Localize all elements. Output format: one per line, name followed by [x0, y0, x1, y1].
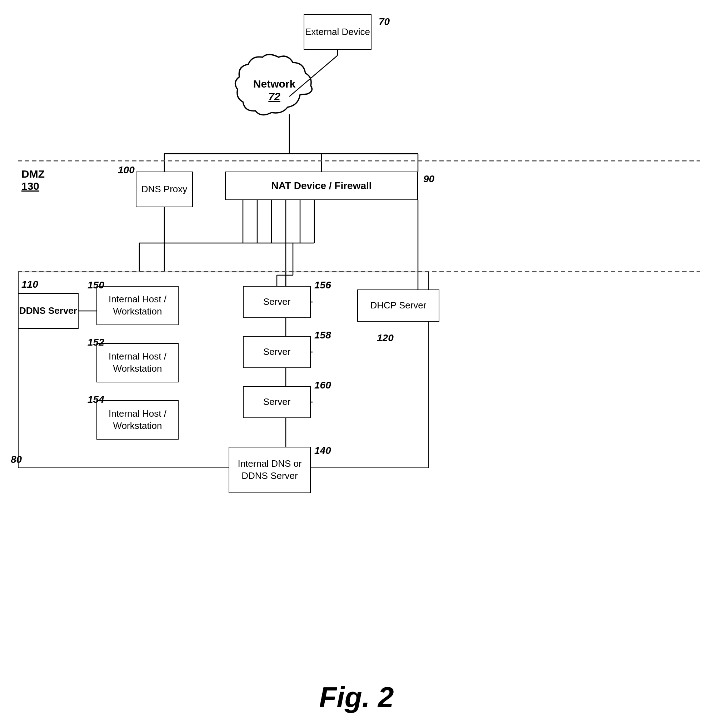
- dhcp-server-label: DHCP Server: [370, 299, 426, 312]
- ref-120: 120: [377, 332, 394, 344]
- server-156-label: Server: [263, 296, 291, 308]
- ref-158: 158: [314, 329, 331, 341]
- ref-156: 156: [314, 280, 331, 291]
- ref-152: 152: [88, 337, 104, 348]
- dns-proxy-label: DNS Proxy: [142, 183, 188, 196]
- host-154-box: Internal Host / Workstation: [97, 400, 179, 439]
- dhcp-server-box: DHCP Server: [357, 290, 439, 321]
- external-device-label: External Device: [305, 26, 370, 38]
- ref-150: 150: [88, 280, 104, 291]
- host-150-box: Internal Host / Workstation: [97, 286, 179, 325]
- server-158-label: Server: [263, 346, 291, 358]
- dmz-label: DMZ130: [21, 168, 45, 192]
- server-160-box: Server: [243, 386, 311, 418]
- server-158-box: Server: [243, 336, 311, 368]
- network-label: Network: [253, 78, 296, 90]
- host-150-label: Internal Host / Workstation: [97, 293, 178, 318]
- figure-caption-text: Fig. 2: [319, 681, 394, 713]
- ref-160: 160: [314, 380, 331, 391]
- ref-70: 70: [379, 16, 390, 27]
- ref-110: 110: [21, 279, 38, 290]
- nat-firewall-label: NAT Device / Firewall: [271, 179, 371, 192]
- internal-dns-label: Internal DNS or DDNS Server: [229, 458, 310, 482]
- server-160-label: Server: [263, 396, 291, 408]
- ref-154: 154: [88, 394, 104, 405]
- host-152-box: Internal Host / Workstation: [97, 343, 179, 383]
- figure-caption: Fig. 2: [0, 681, 713, 714]
- dns-proxy-box: DNS Proxy: [136, 172, 193, 207]
- external-device-box: External Device: [304, 14, 371, 50]
- nat-firewall-box: NAT Device / Firewall: [225, 172, 418, 200]
- host-152-label: Internal Host / Workstation: [97, 351, 178, 375]
- ref-90: 90: [423, 173, 434, 185]
- dmz-ref: 130: [21, 180, 39, 192]
- ddns-server-box: DDNS Server: [18, 293, 79, 329]
- diagram: Network 72: [0, 0, 713, 679]
- svg-line-1: [289, 55, 337, 97]
- ref-100: 100: [118, 164, 135, 176]
- host-154-label: Internal Host / Workstation: [97, 408, 178, 432]
- internal-dns-box: Internal DNS or DDNS Server: [229, 447, 311, 493]
- ref-140: 140: [314, 445, 331, 456]
- ddns-server-label: DDNS Server: [19, 305, 77, 317]
- ref-80: 80: [11, 454, 22, 465]
- server-156-box: Server: [243, 286, 311, 318]
- network-ref: 72: [268, 90, 280, 102]
